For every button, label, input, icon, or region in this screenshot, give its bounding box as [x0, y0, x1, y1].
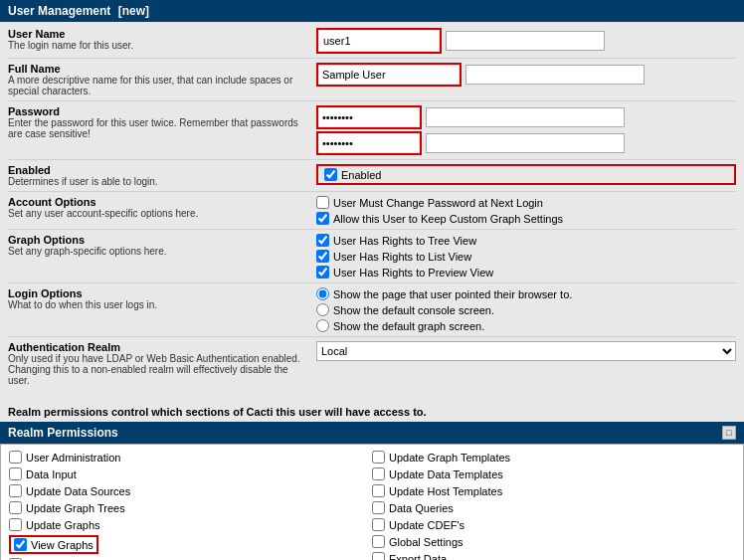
- account-option-1: User Must Change Password at Next Login: [316, 196, 736, 209]
- realm-checkbox-export-data[interactable]: [372, 552, 385, 560]
- password-input-2[interactable]: [319, 134, 419, 152]
- realm-checkbox-update-host-templates[interactable]: [372, 484, 385, 497]
- realm-checkbox-update-graphs[interactable]: [9, 518, 22, 531]
- account-options-col: User Must Change Password at Next Login …: [316, 196, 736, 225]
- auth-realm-label: Authentication Realm: [8, 341, 308, 353]
- realm-label-update-graphs: Update Graphs: [26, 519, 100, 531]
- realm-checkbox-update-graph-templates[interactable]: [372, 451, 385, 464]
- enabled-checkbox[interactable]: [324, 168, 337, 181]
- password-extra-2[interactable]: [426, 133, 625, 153]
- realm-checkbox-update-data-sources[interactable]: [9, 484, 22, 497]
- account-options-label-col: Account Options Set any user account-spe…: [8, 196, 316, 219]
- realm-item-update-host-templates: Update Host Templates: [372, 482, 735, 499]
- password-extra-1[interactable]: [426, 107, 625, 127]
- graph-option-tree: User Has Rights to Tree View: [316, 234, 736, 247]
- auth-realm-row: Authentication Realm Only used if you ha…: [8, 341, 736, 390]
- realm-label-update-graph-templates: Update Graph Templates: [389, 452, 510, 464]
- realm-checkbox-view-graphs[interactable]: [14, 538, 27, 551]
- realm-item-update-data-templates: Update Data Templates: [372, 466, 735, 482]
- enabled-row: Enabled Determines if user is able to lo…: [8, 164, 736, 192]
- form-area: User Name The login name for this user. …: [0, 22, 744, 400]
- realm-note: Realm permissions control which sections…: [0, 400, 744, 422]
- password-row-2: [316, 131, 736, 155]
- page-container: User Management [new] User Name The logi…: [0, 0, 744, 560]
- list-view-checkbox[interactable]: [316, 250, 329, 263]
- realm-checkbox-update-cdefs[interactable]: [372, 518, 385, 531]
- keep-graph-settings-checkbox[interactable]: [316, 212, 329, 225]
- realm-item-update-data-sources: Update Data Sources: [9, 482, 372, 499]
- password-row: Password Enter the password for this use…: [8, 105, 736, 160]
- enabled-label: Enabled: [8, 164, 308, 176]
- realm-item-update-graph-templates: Update Graph Templates: [372, 449, 735, 466]
- login-radio-console[interactable]: [316, 303, 329, 316]
- fullname-row: Full Name A more descriptive name for th…: [8, 63, 736, 101]
- realm-permissions-section: Realm Permissions □ User Administration …: [0, 422, 744, 560]
- login-page-label: Show the page that user pointed their br…: [333, 288, 572, 300]
- login-radio-page[interactable]: [316, 287, 329, 300]
- username-desc: The login name for this user.: [8, 40, 308, 51]
- graph-options-label: Graph Options: [8, 234, 308, 246]
- login-radio-graph[interactable]: [316, 319, 329, 332]
- login-options-col: Show the page that user pointed their br…: [316, 287, 736, 332]
- auth-realm-select[interactable]: Local: [316, 341, 736, 361]
- account-options-label: Account Options: [8, 196, 308, 208]
- realm-permissions-body: User Administration Data Input Update Da…: [0, 444, 744, 560]
- realm-label-data-input: Data Input: [26, 468, 77, 480]
- username-extra-input[interactable]: [446, 31, 605, 51]
- graph-option-list: User Has Rights to List View: [316, 250, 736, 263]
- realm-item-export-data: Export Data: [372, 550, 735, 560]
- realm-permissions-icon[interactable]: □: [722, 426, 736, 440]
- account-options-desc: Set any user account-specific options he…: [8, 208, 308, 219]
- realm-checkbox-data-queries[interactable]: [372, 501, 385, 514]
- login-options-label: Login Options: [8, 287, 308, 299]
- enabled-label-col: Enabled Determines if user is able to lo…: [8, 164, 316, 187]
- login-console-label: Show the default console screen.: [333, 304, 494, 316]
- password-label: Password: [8, 105, 308, 117]
- password-desc: Enter the password for this user twice. …: [8, 117, 308, 139]
- list-view-label: User Has Rights to List View: [333, 251, 471, 263]
- enabled-desc: Determines if user is able to login.: [8, 176, 308, 187]
- login-option-graph: Show the default graph screen.: [316, 319, 736, 332]
- realm-checkbox-update-data-templates[interactable]: [372, 467, 385, 480]
- title-bar: User Management [new]: [0, 0, 744, 22]
- graph-option-preview: User Has Rights to Preview View: [316, 266, 736, 279]
- realm-item-view-graphs: View Graphs: [9, 533, 372, 556]
- password-input-1[interactable]: [319, 108, 419, 126]
- realm-item-update-cdefs: Update CDEF's: [372, 516, 735, 533]
- must-change-pw-label: User Must Change Password at Next Login: [333, 197, 543, 209]
- realm-label-update-host-templates: Update Host Templates: [389, 485, 502, 497]
- must-change-pw-checkbox[interactable]: [316, 196, 329, 209]
- fullname-input[interactable]: [319, 66, 459, 84]
- login-options-row: Login Options What to do when this user …: [8, 287, 736, 337]
- realm-permissions-grid: User Administration Data Input Update Da…: [1, 445, 743, 560]
- realm-item-update-graphs: Update Graphs: [9, 516, 372, 533]
- account-options-row: Account Options Set any user account-spe…: [8, 196, 736, 230]
- realm-left-col: User Administration Data Input Update Da…: [9, 449, 372, 560]
- view-graphs-wrapper: View Graphs: [9, 535, 98, 554]
- realm-label-export-data: Export Data: [389, 553, 447, 561]
- graph-options-label-col: Graph Options Set any graph-specific opt…: [8, 234, 316, 257]
- username-input[interactable]: [319, 31, 439, 51]
- account-option-2: Allow this User to Keep Custom Graph Set…: [316, 212, 736, 225]
- login-graph-label: Show the default graph screen.: [333, 320, 484, 332]
- realm-checkbox-global-settings[interactable]: [372, 535, 385, 548]
- tree-view-checkbox[interactable]: [316, 234, 329, 247]
- realm-item-update-graph-trees: Update Graph Trees: [9, 499, 372, 516]
- realm-label-update-data-sources: Update Data Sources: [26, 485, 130, 497]
- title-text: User Management: [8, 4, 110, 18]
- graph-options-row: Graph Options Set any graph-specific opt…: [8, 234, 736, 283]
- preview-view-checkbox[interactable]: [316, 266, 329, 279]
- username-label-col: User Name The login name for this user.: [8, 28, 316, 51]
- realm-permissions-header: Realm Permissions □: [0, 422, 744, 444]
- realm-checkbox-user-admin[interactable]: [9, 451, 22, 464]
- realm-label-update-data-templates: Update Data Templates: [389, 468, 503, 480]
- realm-checkbox-data-input[interactable]: [9, 467, 22, 480]
- preview-view-label: User Has Rights to Preview View: [333, 267, 493, 279]
- login-options-label-col: Login Options What to do when this user …: [8, 287, 316, 310]
- login-options-desc: What to do when this user logs in.: [8, 299, 308, 310]
- fullname-extra-input[interactable]: [465, 65, 645, 85]
- username-input-col: [316, 28, 736, 54]
- username-row: User Name The login name for this user.: [8, 28, 736, 59]
- enabled-input-col: Enabled: [316, 164, 736, 185]
- realm-checkbox-update-graph-trees[interactable]: [9, 501, 22, 514]
